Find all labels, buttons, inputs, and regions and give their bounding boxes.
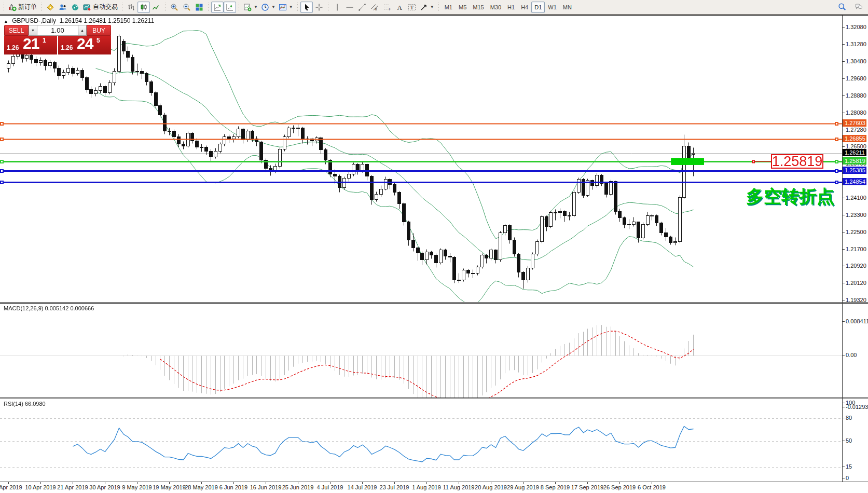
new-order-button-label: 新订单 xyxy=(18,3,37,11)
trendline-button[interactable] xyxy=(356,2,368,13)
collapse-panel-icon[interactable]: ▲ xyxy=(4,19,8,24)
price-axis-tick: 1.30480 xyxy=(846,58,866,64)
equidistant-channel-button[interactable]: E xyxy=(368,2,381,13)
timeframe-h1[interactable]: H1 xyxy=(504,2,518,13)
timeframe-d1[interactable]: D1 xyxy=(531,2,545,13)
timeframe-m15[interactable]: M15 xyxy=(470,2,487,13)
time-axis-label: 30 Apr 2019 xyxy=(89,484,120,490)
tile-windows-button[interactable] xyxy=(193,2,205,13)
arrows-button[interactable]: ▼ xyxy=(418,2,436,13)
price-axis-tick: 1.20920 xyxy=(846,263,866,269)
dropdown-arrow-icon[interactable]: ▼ xyxy=(271,5,275,9)
price-axis-tick: 1.22500 xyxy=(846,229,866,235)
fibonacci-button[interactable]: F xyxy=(381,2,393,13)
zoom-in-button[interactable] xyxy=(168,2,181,13)
period-button[interactable]: ▼ xyxy=(259,2,277,13)
time-axis-label: 20 Aug 2019 xyxy=(475,484,507,490)
time-axis-label: 11 Aug 2019 xyxy=(443,484,475,490)
time-axis-label: 1 Aug 2019 xyxy=(412,484,441,490)
toolbar-grip xyxy=(296,2,299,12)
volume-input[interactable] xyxy=(37,25,78,36)
timeframe-mn[interactable]: MN xyxy=(560,2,575,13)
sell-button[interactable]: SELL xyxy=(4,25,29,36)
autotrade-icon xyxy=(83,3,91,11)
vertical-line-button[interactable] xyxy=(331,2,343,13)
autoscroll-button[interactable] xyxy=(224,2,236,13)
horizontal-line-button[interactable] xyxy=(343,2,356,13)
sell-price-display[interactable]: 1.26 21 1 xyxy=(4,36,57,54)
label-button[interactable]: T xyxy=(406,2,418,13)
svg-text:E: E xyxy=(375,8,377,11)
toolbar-grip xyxy=(237,2,241,12)
rsi-pane[interactable] xyxy=(0,399,842,482)
zoom-out-icon xyxy=(183,3,191,11)
volume-up-button[interactable]: ▲ xyxy=(78,25,87,36)
time-axis[interactable]: 1 Apr 201910 Apr 201921 Apr 201930 Apr 2… xyxy=(0,482,868,493)
time-axis-label: 19 May 2019 xyxy=(153,484,186,490)
rsi-label: RSI(14) 66.0980 xyxy=(4,401,46,407)
fibonacci-icon: F xyxy=(383,3,391,11)
new-chart-button[interactable]: ▼ xyxy=(242,2,259,13)
rsi-axis-tick: 50 xyxy=(846,437,852,444)
channel-icon: E xyxy=(370,3,379,11)
dropdown-arrow-icon[interactable]: ▼ xyxy=(254,5,258,9)
search-button[interactable] xyxy=(836,1,848,12)
svg-text:A: A xyxy=(397,3,402,11)
timeframe-w1[interactable]: W1 xyxy=(545,2,560,13)
new-order-icon xyxy=(8,3,17,11)
timeframe-h4[interactable]: H4 xyxy=(518,2,531,13)
hline-price-label: 1.24854 xyxy=(843,178,866,185)
buy-price-display[interactable]: 1.26 24 5 xyxy=(58,36,111,54)
new-order-button[interactable]: 新订单 xyxy=(7,2,38,13)
dropdown-arrow-icon[interactable]: ▼ xyxy=(430,5,434,9)
candle-chart-button[interactable] xyxy=(137,2,150,13)
turning-point-text[interactable]: 多空转折点 xyxy=(746,185,834,209)
sell-price-base: 1.26 xyxy=(7,44,19,51)
timeframe-m30[interactable]: M30 xyxy=(487,2,504,13)
period-icon xyxy=(261,3,269,11)
buy-button[interactable]: BUY xyxy=(87,25,111,36)
time-axis-label: 28 May 2019 xyxy=(185,484,218,490)
signals-button[interactable] xyxy=(69,2,81,13)
time-axis-label: 1 Apr 2019 xyxy=(0,484,22,490)
price-tag-box[interactable]: 1.25819 xyxy=(771,154,823,169)
mt5-window: 新订单自动交易▼▼▼EFAT▼M1M5M15M30H1H4D1W1MN 1.32… xyxy=(0,0,868,493)
price-chart[interactable] xyxy=(0,16,842,302)
bar-chart-button[interactable] xyxy=(125,2,137,13)
line-chart-button[interactable] xyxy=(150,2,162,13)
volume-down-button[interactable]: ▼ xyxy=(29,25,37,36)
hline-price-label: 1.27603 xyxy=(843,119,866,127)
crosshair-button[interactable] xyxy=(313,2,325,13)
community-button[interactable] xyxy=(57,2,69,13)
chart-title-ohlc: 1.26154 1.26481 1.25150 1.26211 xyxy=(60,17,155,24)
time-axis-label: 25 Jun 2019 xyxy=(282,484,314,490)
chat-button[interactable] xyxy=(852,1,865,12)
label-icon: T xyxy=(408,3,416,11)
text-button[interactable]: A xyxy=(393,2,406,13)
time-axis-label: 8 Sep 2019 xyxy=(541,484,570,490)
cursor-button[interactable] xyxy=(300,2,313,13)
toolbar-grip xyxy=(326,2,330,12)
template-button[interactable]: ▼ xyxy=(277,2,295,13)
price-axis-tick: 1.29680 xyxy=(846,75,866,81)
timeframe-m5[interactable]: M5 xyxy=(456,2,470,13)
timeframe-m1[interactable]: M1 xyxy=(442,2,456,13)
buy-price-base: 1.26 xyxy=(61,44,73,51)
dropdown-arrow-icon[interactable]: ▼ xyxy=(289,5,293,9)
autoscroll-icon xyxy=(226,3,234,11)
zoom-in-icon xyxy=(170,3,178,11)
sell-price-point: 1 xyxy=(43,37,46,44)
crosshair-icon xyxy=(315,3,323,11)
new-chart-icon xyxy=(243,3,252,11)
macd-pane[interactable] xyxy=(0,304,842,398)
quotes-button[interactable] xyxy=(44,2,57,13)
shift-chart-button[interactable] xyxy=(211,2,224,13)
auto-trading-button[interactable]: 自动交易 xyxy=(81,2,119,13)
toolbar-grip xyxy=(120,2,124,12)
zoom-out-button[interactable] xyxy=(181,2,193,13)
price-axis-tick: 1.28880 xyxy=(846,92,866,99)
time-axis-label: 14 Jul 2019 xyxy=(348,484,377,490)
toolbar: 新订单自动交易▼▼▼EFAT▼M1M5M15M30H1H4D1W1MN xyxy=(0,0,868,15)
hline-price-label: 1.26211 xyxy=(843,149,866,156)
one-click-trade-panel: SELL ▼ ▲ BUY 1.26 21 1 1.26 24 5 xyxy=(4,25,111,54)
